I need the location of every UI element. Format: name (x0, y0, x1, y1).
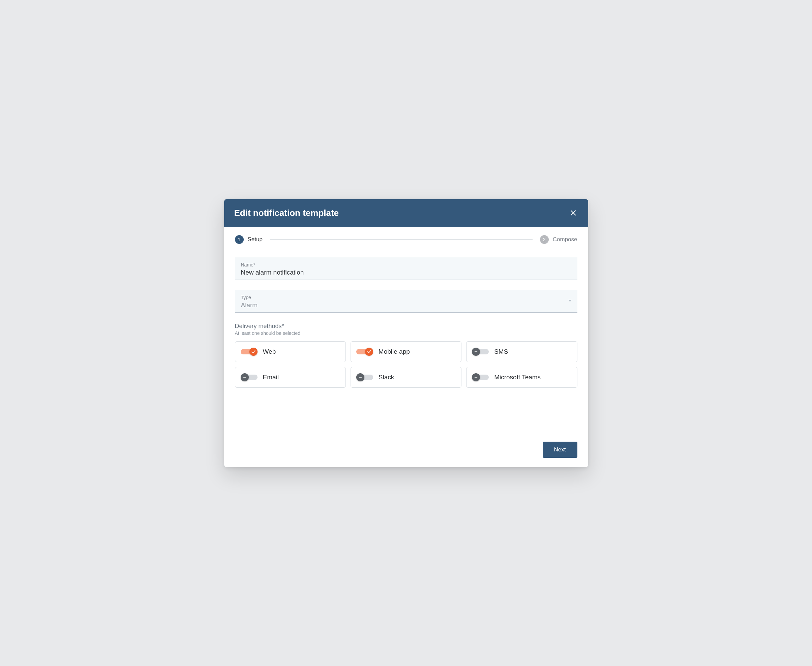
close-icon (570, 209, 577, 217)
minus-icon (474, 375, 478, 379)
delivery-method-label: Web (263, 348, 276, 355)
toggle-microsoft-teams[interactable] (472, 373, 489, 381)
delivery-method-label: SMS (494, 348, 508, 355)
type-field[interactable]: Type Alarm (235, 290, 577, 313)
name-field[interactable]: Name* (235, 257, 577, 280)
toggle-email[interactable] (241, 373, 258, 381)
minus-icon (358, 375, 362, 379)
delivery-method-email[interactable]: Email (235, 367, 346, 388)
name-input[interactable] (241, 269, 571, 276)
delivery-method-sms[interactable]: SMS (466, 341, 577, 362)
delivery-method-slack[interactable]: Slack (351, 367, 461, 388)
delivery-methods-title: Delivery methods* (235, 323, 577, 330)
chevron-down-icon (568, 298, 572, 304)
dialog-footer: Next (224, 435, 588, 467)
step-number: 2 (540, 235, 549, 244)
delivery-method-label: Slack (379, 374, 394, 381)
step-compose[interactable]: 2 Compose (540, 235, 577, 244)
stepper: 1 Setup 2 Compose (235, 235, 577, 244)
dialog-body: 1 Setup 2 Compose Name* Type Alarm Deliv… (224, 227, 588, 435)
close-button[interactable] (569, 208, 578, 218)
dialog-header: Edit notification template (224, 199, 588, 227)
toggle-mobile-app[interactable] (356, 348, 373, 356)
minus-icon (243, 375, 247, 379)
toggle-slack[interactable] (356, 373, 373, 381)
delivery-method-label: Email (263, 374, 279, 381)
dialog-title: Edit notification template (234, 208, 339, 218)
step-number: 1 (235, 235, 244, 244)
step-label: Setup (248, 236, 263, 243)
type-value: Alarm (241, 302, 571, 309)
check-icon (251, 349, 256, 354)
step-connector (270, 239, 533, 239)
next-button[interactable]: Next (543, 442, 577, 458)
delivery-method-web[interactable]: Web (235, 341, 346, 362)
toggle-web[interactable] (241, 348, 258, 356)
name-label: Name* (241, 262, 571, 267)
delivery-method-label: Microsoft Teams (494, 374, 541, 381)
delivery-methods-grid: Web Mobile app SMS (235, 341, 577, 388)
delivery-method-microsoft-teams[interactable]: Microsoft Teams (466, 367, 577, 388)
step-label: Compose (553, 236, 577, 243)
delivery-methods-hint: At least one should be selected (235, 330, 577, 336)
type-label: Type (241, 295, 571, 300)
step-setup[interactable]: 1 Setup (235, 235, 263, 244)
check-icon (367, 349, 372, 354)
minus-icon (474, 349, 478, 354)
edit-notification-template-dialog: Edit notification template 1 Setup 2 Com… (224, 199, 588, 467)
delivery-method-mobile-app[interactable]: Mobile app (351, 341, 461, 362)
toggle-sms[interactable] (472, 348, 489, 356)
delivery-method-label: Mobile app (379, 348, 410, 355)
